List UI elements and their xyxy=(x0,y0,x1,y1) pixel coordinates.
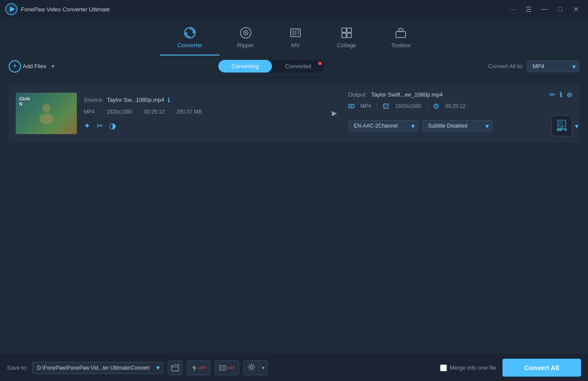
svg-rect-14 xyxy=(342,28,346,32)
save-path-wrapper: ▾ xyxy=(32,362,163,374)
tab-group: Converting Converted xyxy=(218,60,324,73)
converting-tab[interactable]: Converting xyxy=(218,60,272,73)
add-files-dropdown[interactable]: ▾ xyxy=(52,63,55,69)
nav-item-toolbox[interactable]: Toolbox xyxy=(374,22,428,55)
folder-icon xyxy=(171,364,179,371)
file-card: GlobN Source: Taylor Sw...1080p.mp4 ℹ MP… xyxy=(9,84,579,142)
ripper-icon xyxy=(239,26,252,39)
format-badge-chevron[interactable]: ▾ xyxy=(575,122,578,130)
output-dropdowns: EN-AAC-2Channel EN-AAC-5.1Channel Subtit… xyxy=(348,115,573,136)
resolution-meta-icon xyxy=(383,103,389,109)
svg-marker-5 xyxy=(185,33,188,35)
convert-all-to-label: Convert All to: xyxy=(488,63,523,69)
file-list: GlobN Source: Taylor Sw...1080p.mp4 ℹ MP… xyxy=(0,77,588,149)
minimize-button[interactable]: — xyxy=(537,3,551,15)
source-info-icon[interactable]: ℹ xyxy=(168,97,170,104)
output-icons: ✏ ℹ ⊕ xyxy=(550,90,572,99)
save-to-label: Save to: xyxy=(7,364,28,371)
menu-button[interactable]: ☰ xyxy=(522,3,536,15)
settings-dropdown-arrow[interactable]: ▾ xyxy=(259,363,267,373)
converter-icon xyxy=(183,26,196,39)
source-duration: 00:25:12 xyxy=(144,109,165,115)
titlebar: FonePaw Video Converter Ultimate ⋯ ☰ — □… xyxy=(0,0,588,18)
open-folder-button[interactable] xyxy=(168,360,182,375)
app-icon xyxy=(5,3,17,15)
format-select[interactable]: MP4 AVI MKV MOV WMV xyxy=(527,60,579,72)
source-size: 290.37 MB xyxy=(176,109,202,115)
output-format: MP4 xyxy=(361,103,371,109)
info-output-icon[interactable]: ℹ xyxy=(560,90,562,99)
file-source-info: Source: Taylor Sw...1080p.mp4 ℹ MP4 | 19… xyxy=(84,97,308,131)
convert-all-to: Convert All to: MP4 AVI MKV MOV WMV xyxy=(488,60,579,72)
convert-all-button[interactable]: Convert All xyxy=(502,359,581,377)
clock-meta-icon xyxy=(433,103,439,109)
svg-rect-17 xyxy=(347,33,351,38)
converted-dot xyxy=(318,62,322,65)
format-badge-icon xyxy=(557,120,566,127)
svg-rect-10 xyxy=(292,30,296,35)
svg-rect-19 xyxy=(399,31,402,32)
converted-tab[interactable]: Converted xyxy=(272,60,324,73)
svg-marker-4 xyxy=(192,31,195,33)
expand-output-icon[interactable]: ⊕ xyxy=(567,90,572,99)
output-duration: 00:25:12 xyxy=(445,103,466,109)
hardware-button[interactable]: OFF xyxy=(215,360,239,375)
merge-checkbox-label[interactable]: Merge into one file xyxy=(440,364,496,371)
titlebar-left: FonePaw Video Converter Ultimate xyxy=(5,3,110,15)
nav-item-converter[interactable]: Converter xyxy=(160,22,220,55)
more-button[interactable]: ⋯ xyxy=(506,3,520,15)
svg-rect-18 xyxy=(396,31,406,38)
svg-rect-31 xyxy=(559,121,563,125)
nav-label-converter: Converter xyxy=(177,42,202,48)
source-name: Taylor Sw...1080p.mp4 xyxy=(107,97,165,103)
maximize-button[interactable]: □ xyxy=(553,3,567,15)
bottom-right: Merge into one file Convert All xyxy=(440,359,581,377)
navigation: Converter Ripper MV Collage xyxy=(0,18,588,55)
settings-dropdown: ▾ xyxy=(244,360,268,375)
video-meta-icon xyxy=(348,103,354,109)
bottombar: Save to: ▾ OFF OFF ▾ xyxy=(0,354,588,381)
svg-point-20 xyxy=(42,104,51,113)
add-files-button[interactable]: + Add Files xyxy=(9,60,46,73)
flash-icon xyxy=(191,364,198,372)
cut-icon[interactable]: ✂ xyxy=(96,121,103,131)
format-badge-text: MP4 xyxy=(557,127,567,132)
nav-label-toolbox: Toolbox xyxy=(391,42,411,48)
effects-icon[interactable]: ◑ xyxy=(109,121,116,131)
edit-output-icon[interactable]: ✏ xyxy=(550,90,555,99)
nav-item-mv[interactable]: MV xyxy=(272,22,320,55)
audio-select[interactable]: EN-AAC-2Channel EN-AAC-5.1Channel xyxy=(348,120,418,132)
close-button[interactable]: ✕ xyxy=(569,3,583,15)
nav-item-ripper[interactable]: Ripper xyxy=(220,22,271,55)
svg-rect-26 xyxy=(384,104,388,108)
merge-checkbox[interactable] xyxy=(440,364,447,371)
svg-point-8 xyxy=(245,32,247,34)
save-path-input[interactable] xyxy=(32,362,163,374)
source-label: Source: xyxy=(84,97,103,103)
app-title: FonePaw Video Converter Ultimate xyxy=(21,6,110,13)
svg-point-36 xyxy=(250,366,253,368)
svg-rect-16 xyxy=(342,33,346,38)
subtitle-select[interactable]: Subtitle Disabled Subtitle Enabled xyxy=(423,120,492,132)
collage-icon xyxy=(340,26,353,39)
output-section: Output: Taylor Swift...ee_1080p.mp4 ✏ ℹ … xyxy=(348,90,573,136)
nav-label-ripper: Ripper xyxy=(237,42,254,48)
add-icon: + xyxy=(9,60,21,73)
output-label: Output: xyxy=(348,91,367,98)
nav-label-mv: MV xyxy=(291,42,300,48)
thumbnail-text: GlobN xyxy=(19,96,30,107)
svg-marker-33 xyxy=(192,364,196,371)
thumbnail-decoration xyxy=(33,100,59,127)
file-actions: ✦ ✂ ◑ xyxy=(84,121,308,131)
add-files-label: Add Files xyxy=(23,63,46,69)
nav-label-collage: Collage xyxy=(337,42,356,48)
mv-icon xyxy=(289,26,302,39)
settings-gear-button[interactable] xyxy=(244,361,259,374)
enhance-icon[interactable]: ✦ xyxy=(84,121,90,131)
source-format: MP4 xyxy=(84,109,95,115)
subtitle-select-wrapper: Subtitle Disabled Subtitle Enabled xyxy=(423,120,492,132)
format-badge[interactable]: MP4 xyxy=(551,115,572,136)
nav-item-collage[interactable]: Collage xyxy=(320,22,374,55)
flash-button[interactable]: OFF xyxy=(187,360,210,375)
titlebar-right: ⋯ ☰ — □ ✕ xyxy=(506,3,583,15)
